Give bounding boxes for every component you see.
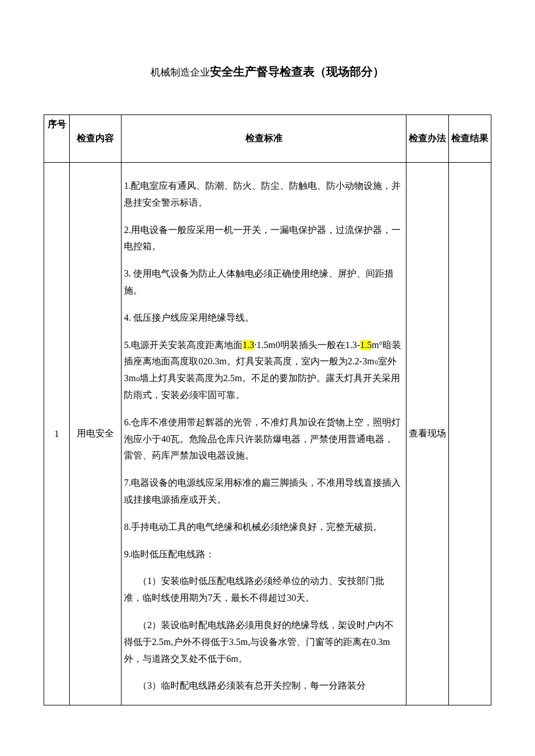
table-row: 1用电安全1.配电室应有通风、防潮、防火、防尘、防触电、防小动物设施，并悬挂安全… (44, 163, 491, 705)
standard-paragraph: 1.配电室应有通风、防潮、防火、防尘、防触电、防小动物设施，并悬挂安全警示标语。 (124, 178, 402, 212)
standard-paragraph: （2）装设临时配电线路必须用良好的绝缘导线，架设时户内不得低于2.5m,户外不得… (124, 617, 402, 667)
standard-paragraph: 7.电器设备的电源线应采用标准的扁三脚插头，不准用导线直接插入或挂接电源插座或开… (124, 475, 402, 508)
cell-standard: 1.配电室应有通风、防潮、防火、防尘、防触电、防小动物设施，并悬挂安全警示标语。… (122, 163, 406, 705)
header-std: 检查标准 (122, 115, 406, 163)
standard-paragraph: 8.手持电动工具的电气绝缘和机械必须绝缘良好，完整无破损。 (124, 519, 402, 536)
title-main: 安全生产督导检查表（现场部分） (210, 65, 384, 78)
cell-seq: 1 (44, 163, 70, 705)
cell-item: 用电安全 (69, 163, 122, 705)
standard-paragraph: 9.临时低压配电线路： (124, 546, 402, 563)
page-title: 机械制造企业安全生产督导检查表（现场部分） (44, 64, 491, 80)
standard-paragraph: 6.仓库不准使用带起辉器的光管，不准灯具加设在货物上空，照明灯泡应小于40瓦。危… (124, 414, 402, 464)
standard-paragraph: （1）安装临时低压配电线路必须经单位的动力、安技部门批准，临时线使用期为7天，最… (124, 573, 402, 607)
header-result: 检查结果 (449, 115, 491, 163)
standard-paragraph: 2.用电设备一般应采用一机一开关，一漏电保护器，过流保护器，一电控箱。 (124, 222, 402, 256)
header-item: 检查内容 (69, 115, 122, 163)
standard-paragraph: 3. 使用电气设备为防止人体触电必须正确使用绝缘、屏护、间距措施。 (124, 266, 402, 299)
standard-paragraph: 4. 低压接户线应采用绝缘导线。 (124, 310, 402, 327)
checklist-table: 序号 检查内容 检查标准 检查办法 检查结果 1用电安全1.配电室应有通风、防潮… (44, 114, 491, 705)
title-prefix: 机械制造企业 (151, 67, 210, 78)
header-method: 检查办法 (406, 115, 449, 163)
table-header-row: 序号 检查内容 检查标准 检查办法 检查结果 (44, 115, 491, 163)
cell-method: 查看现场 (406, 163, 449, 705)
document-page: 机械制造企业安全生产督导检查表（现场部分） 序号 检查内容 检查标准 检查办法 … (0, 0, 535, 740)
standard-paragraph: 5.电源开关安装高度距离地面1.3·1.5m0明装插头一般在1.3-1.5m°暗… (124, 337, 402, 404)
standard-paragraph: （3）临时配电线路必须装有总开关控制，每一分路装分 (124, 678, 402, 694)
header-seq: 序号 (44, 115, 70, 163)
cell-result (449, 163, 491, 705)
